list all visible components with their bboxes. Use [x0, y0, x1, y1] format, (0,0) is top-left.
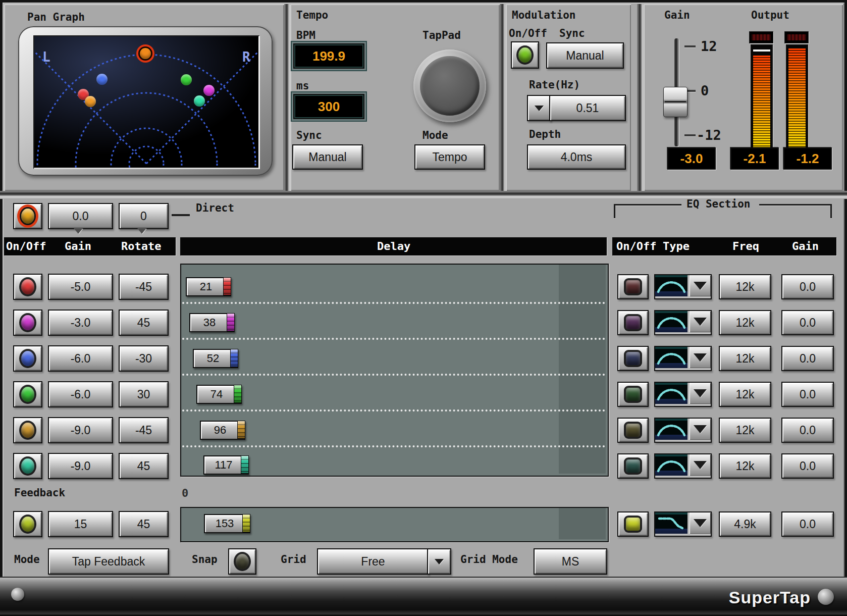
pan-dot-tap3[interactable] — [96, 74, 108, 85]
marker-triangle — [74, 228, 83, 234]
grid-combo-arrow[interactable] — [427, 548, 451, 575]
feedback-eq-gain[interactable]: 0.0 — [781, 511, 834, 537]
mode-button[interactable]: Tap Feedback — [48, 548, 169, 575]
tappad-knob[interactable] — [413, 49, 486, 122]
eq-type-dropdown[interactable] — [690, 512, 711, 534]
tap3-eq-type[interactable] — [654, 346, 712, 371]
tap2-delay-handle[interactable]: 38 — [189, 313, 235, 332]
tap6-gain-button[interactable]: -9.0 — [48, 453, 113, 479]
eq-type-dropdown[interactable] — [690, 454, 711, 476]
tap4-delay-handle[interactable]: 74 — [196, 385, 242, 404]
tempo-sync-button[interactable]: Manual — [292, 144, 363, 170]
tap6-rotate-button[interactable]: 45 — [119, 453, 169, 479]
pan-dot-direct[interactable] — [140, 48, 151, 59]
tap6-eq-type[interactable] — [654, 453, 712, 479]
mod-onoff-led[interactable] — [511, 41, 539, 69]
eq-type-dropdown[interactable] — [690, 311, 711, 332]
tap4-rotate-button[interactable]: 30 — [119, 381, 169, 407]
tap3-color-cap — [230, 349, 238, 367]
clip-indicator-right[interactable] — [784, 31, 809, 43]
direct-onoff-led[interactable] — [13, 203, 42, 229]
tap3-eq-gain[interactable]: 0.0 — [781, 346, 834, 371]
tap1-delay-handle[interactable]: 21 — [186, 277, 231, 296]
tap2-rotate-button[interactable]: 45 — [119, 310, 169, 336]
pan-dot-tap2[interactable] — [203, 85, 215, 96]
tap6-eq-gain[interactable]: 0.0 — [781, 453, 834, 479]
waves-ball-icon[interactable] — [11, 588, 24, 601]
tap3-rotate-button[interactable]: -30 — [119, 345, 169, 372]
tap2-eq-freq[interactable]: 12k — [719, 310, 771, 335]
bpm-display[interactable]: 199.9 — [293, 43, 364, 69]
mod-sync-button[interactable]: Manual — [546, 42, 624, 69]
tap5-eq-freq[interactable]: 12k — [719, 418, 771, 443]
feedback-eq-type[interactable] — [654, 511, 712, 537]
eq-type-dropdown[interactable] — [690, 275, 711, 296]
eq-type-dropdown[interactable] — [690, 419, 711, 440]
eq-type-dropdown[interactable] — [690, 383, 711, 404]
tap1-eq-type[interactable] — [654, 274, 712, 299]
tap1-eq-onoff[interactable] — [617, 274, 649, 299]
row-separator — [182, 338, 605, 340]
tap5-eq-type[interactable] — [654, 418, 712, 443]
tap5-delay-handle[interactable]: 96 — [200, 421, 245, 440]
feedback-rotate-button[interactable]: 45 — [119, 511, 169, 537]
eq-type-dropdown[interactable] — [690, 347, 711, 368]
depth-button[interactable]: 4.0ms — [527, 144, 626, 170]
tap2-onoff-led[interactable] — [13, 310, 42, 336]
tap4-eq-gain[interactable]: 0.0 — [781, 382, 834, 407]
feedback-onoff-led[interactable] — [13, 511, 42, 537]
rate-value-button[interactable]: 0.51 — [549, 95, 626, 121]
mod-sync-label: Sync — [559, 27, 585, 39]
feedback-gain-button[interactable]: 15 — [48, 511, 113, 537]
tap4-eq-type[interactable] — [654, 382, 712, 407]
tap2-eq-gain[interactable]: 0.0 — [781, 310, 834, 335]
tap1-onoff-led[interactable] — [13, 274, 42, 300]
tempo-mode-button[interactable]: Tempo — [414, 144, 485, 170]
gain-fader-handle[interactable] — [663, 87, 687, 117]
pan-dot-tap6[interactable] — [194, 95, 205, 107]
direct-rotate-button[interactable]: 0 — [119, 203, 169, 229]
direct-gain-button[interactable]: 0.0 — [48, 203, 113, 229]
ms-display[interactable]: 300 — [293, 94, 364, 119]
tap3-onoff-led[interactable] — [13, 345, 42, 372]
gridmode-button[interactable]: MS — [534, 548, 607, 575]
tap4-eq-freq[interactable]: 12k — [719, 382, 771, 407]
tap5-gain-button[interactable]: -9.0 — [48, 417, 113, 443]
feedback-eq-onoff[interactable] — [617, 511, 649, 537]
grid-label: Grid — [281, 553, 306, 566]
tap6-onoff-led[interactable] — [13, 453, 42, 479]
pan-dot-tap4[interactable] — [181, 74, 192, 85]
tap5-eq-onoff[interactable] — [617, 418, 649, 443]
tap5-eq-gain[interactable]: 0.0 — [781, 418, 834, 443]
feedback-delay-handle[interactable]: 153 — [204, 514, 250, 533]
tap3-gain-button[interactable]: -6.0 — [48, 345, 113, 372]
tap1-gain-button[interactable]: -5.0 — [48, 274, 113, 300]
tap1-eq-freq[interactable]: 12k — [719, 274, 771, 299]
tap3-delay-handle[interactable]: 52 — [193, 349, 238, 368]
tap4-gain-button[interactable]: -6.0 — [48, 381, 113, 407]
tap1-eq-gain[interactable]: 0.0 — [781, 274, 834, 299]
tap2-gain-button[interactable]: -3.0 — [48, 310, 113, 336]
rate-dropdown-arrow[interactable] — [527, 95, 551, 121]
tap1-rotate-button[interactable]: -45 — [119, 274, 169, 300]
tap2-eq-type[interactable] — [654, 310, 712, 335]
tap5-onoff-led[interactable] — [13, 417, 42, 443]
gain-value-display[interactable]: -3.0 — [667, 147, 716, 170]
tempo-panel: Tempo BPM 199.9 TapPad ms 300 Sync Manua… — [290, 4, 500, 191]
tap4-onoff-led[interactable] — [13, 381, 42, 407]
feedback-eq-freq[interactable]: 4.9k — [719, 511, 771, 537]
pan-dot-tap5[interactable] — [85, 96, 96, 107]
tap4-eq-onoff[interactable] — [617, 382, 649, 407]
grid-combo-value[interactable]: Free — [317, 548, 429, 575]
tap6-eq-freq[interactable]: 12k — [719, 453, 771, 479]
clip-indicator-left[interactable] — [749, 31, 773, 43]
tap3-eq-onoff[interactable] — [617, 346, 649, 371]
tap6-eq-onoff[interactable] — [617, 453, 649, 479]
tap3-eq-freq[interactable]: 12k — [719, 346, 771, 371]
tap5-rotate-button[interactable]: -45 — [119, 417, 169, 443]
tap6-delay-handle[interactable]: 117 — [203, 455, 249, 475]
snap-led-button[interactable] — [228, 548, 256, 575]
globe-icon[interactable] — [818, 589, 834, 605]
pan-graph-screen[interactable]: L R — [33, 35, 260, 169]
tap2-eq-onoff[interactable] — [617, 310, 649, 335]
